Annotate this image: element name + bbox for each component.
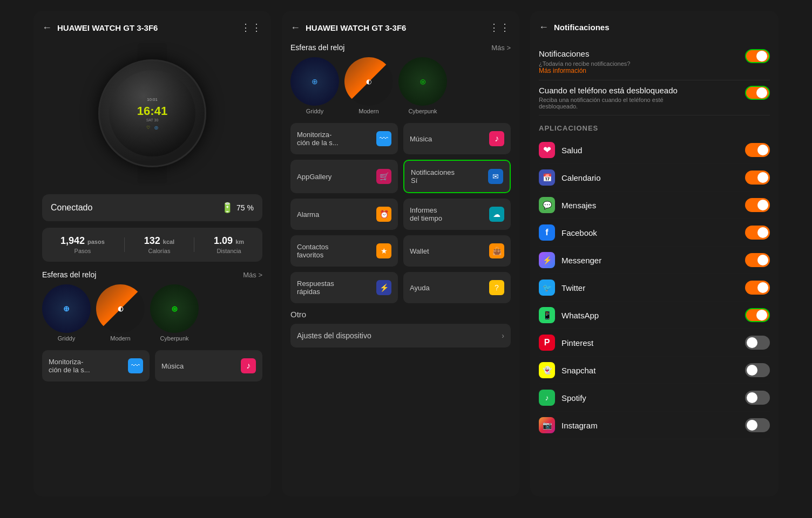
panel2-app-weather[interactable]: Informesdel tiempo ☁ — [403, 199, 511, 230]
pinterest-toggle[interactable] — [745, 336, 770, 350]
watch-face-cyberpunk[interactable]: ◎ Cyberpunk — [150, 284, 199, 342]
facebook-toggle[interactable] — [745, 226, 770, 240]
battery-percent: 75 % — [236, 203, 254, 212]
panel2-app-appgallery[interactable]: AppGallery 🛒 — [290, 160, 398, 193]
stat-steps: 1,942 pasos Pasos — [60, 235, 105, 254]
calories-value: 132 kcal — [144, 235, 174, 247]
watch-face-modern-label: Modern — [110, 335, 130, 342]
messenger-name: Messenger — [561, 256, 739, 265]
battery-icon: 🔋 — [221, 202, 233, 214]
panel-2-header: ← HUAWEI WATCH GT 3-3F6 ⋮⋮ — [290, 22, 511, 33]
watch-faces-more[interactable]: Más > — [243, 271, 262, 279]
panel2-app-alarm[interactable]: Alarma ⏰ — [290, 199, 398, 230]
back-arrow-icon[interactable]: ← — [42, 22, 52, 33]
toggle-phone-left: Cuando el teléfono está desbloqueado Rec… — [539, 86, 690, 110]
panel2-app-grid: Monitoriza-ción de la s... 〰 Música ♪ Ap… — [290, 123, 511, 303]
panel2-wallet-icon: 👜 — [489, 243, 504, 258]
app-salud-row[interactable]: ❤ Salud — [539, 137, 770, 164]
ajustes-chevron-icon: › — [502, 331, 504, 340]
app-messenger-row[interactable]: ⚡ Messenger — [539, 247, 770, 274]
snapchat-toggle[interactable] — [745, 363, 770, 377]
app-twitter-row[interactable]: 🐦 Twitter — [539, 274, 770, 302]
panel2-watch-face-modern[interactable]: ◐ Modern — [344, 57, 393, 114]
ajustes-label: Ajustes del dispositivo — [297, 331, 371, 340]
panel-1-header-left: ← HUAWEI WATCH GT 3-3F6 — [42, 22, 158, 33]
app-tile-music[interactable]: Música ♪ — [155, 350, 262, 381]
panel2-monitoring-icon: 〰 — [376, 131, 391, 146]
app-pinterest-row[interactable]: P Pinterest — [539, 329, 770, 357]
panel2-back-arrow-icon[interactable]: ← — [290, 22, 300, 33]
snapchat-name: Snapchat — [561, 366, 739, 375]
watch-image-area: 10:01 16:41 SAT 30 ♡ ◎ — [42, 43, 262, 183]
panel2-app-quickreply[interactable]: Respuestasrápidas ⚡ — [290, 272, 398, 303]
panel2-dots-menu-icon[interactable]: ⋮⋮ — [489, 22, 511, 33]
toggle-notifications-label: Notificaciones — [539, 49, 630, 58]
toggle-phone-knob — [756, 87, 767, 98]
twitter-toggle[interactable] — [745, 281, 770, 295]
dots-menu-icon[interactable]: ⋮⋮ — [241, 22, 262, 33]
panel2-app-help[interactable]: Ayuda ? — [403, 272, 511, 303]
salud-toggle[interactable] — [745, 143, 770, 157]
panel2-quickreply-label: Respuestasrápidas — [297, 280, 334, 296]
otro-section: Otro — [290, 310, 511, 319]
panel-1: ← HUAWEI WATCH GT 3-3F6 ⋮⋮ 10:01 16:41 S… — [33, 11, 271, 496]
watch-face-cyberpunk-label: Cyberpunk — [160, 335, 188, 342]
panel2-watch-face-modern-thumb: ◐ — [344, 57, 393, 106]
toggle-notifications-switch[interactable] — [745, 49, 770, 63]
panel2-appgallery-icon: 🛒 — [376, 169, 391, 184]
watch-face-modern[interactable]: ◐ Modern — [96, 284, 145, 342]
panel2-watch-faces-header: Esferas del reloj Más > — [290, 43, 511, 52]
ajustes-dispositivo-row[interactable]: Ajustes del dispositivo › — [290, 324, 511, 347]
app-spotify-row[interactable]: ♪ Spotify — [539, 384, 770, 412]
watch-faces-row: ⊕ Griddy ◐ Modern ◎ Cyberpunk — [42, 284, 262, 342]
stats-card: 1,942 pasos Pasos 132 kcal Calorías 1.09… — [42, 228, 262, 262]
panel2-app-music[interactable]: Música ♪ — [403, 123, 511, 154]
status-card: Conectado 🔋 75 % — [42, 194, 262, 221]
salud-icon: ❤ — [539, 142, 555, 158]
panel2-watch-face-griddy[interactable]: ⊕ Griddy — [290, 57, 339, 114]
panel2-contacts-label: Contactosfavoritos — [297, 243, 329, 259]
app-calendario-row[interactable]: 📅 Calendario — [539, 164, 770, 192]
panel3-header: ← Notificaciones — [539, 22, 770, 33]
app-tile-monitoring[interactable]: Monitoriza-ción de la s... 〰 — [42, 350, 150, 381]
steps-value: 1,942 pasos — [60, 235, 105, 247]
facebook-icon: f — [539, 224, 555, 241]
calendario-toggle[interactable] — [745, 171, 770, 185]
mensajes-toggle[interactable] — [745, 198, 770, 212]
more-info-link[interactable]: Más información — [539, 67, 630, 74]
messenger-toggle[interactable] — [745, 253, 770, 267]
app-instagram-row[interactable]: 📷 Instagram — [539, 412, 770, 439]
panel2-app-monitoring[interactable]: Monitoriza-ción de la s... 〰 — [290, 123, 398, 154]
toggle-notifications-knob — [756, 51, 767, 62]
app-facebook-row[interactable]: f Facebook — [539, 219, 770, 247]
twitter-name: Twitter — [561, 283, 739, 292]
watch-face-griddy[interactable]: ⊕ Griddy — [42, 284, 91, 342]
app-whatsapp-row[interactable]: 📱 WhatsApp — [539, 302, 770, 329]
whatsapp-toggle[interactable] — [745, 308, 770, 322]
panel2-weather-label: Informesdel tiempo — [410, 206, 442, 222]
panel2-monitoring-label: Monitoriza-ción de la s... — [297, 131, 339, 147]
instagram-toggle[interactable] — [745, 418, 770, 432]
panel-1-header: ← HUAWEI WATCH GT 3-3F6 ⋮⋮ — [42, 22, 262, 33]
panel2-app-contacts[interactable]: Contactosfavoritos ★ — [290, 235, 398, 267]
watch-time: 16:41 — [137, 104, 167, 118]
panel2-app-notifications[interactable]: NotificacionesSí ✉ — [403, 160, 511, 193]
panel3-back-arrow-icon[interactable]: ← — [539, 22, 549, 33]
toggle-notifications-row: Notificaciones ¿Todavía no recibe notifi… — [539, 44, 770, 80]
app-mensajes-row[interactable]: 💬 Mensajes — [539, 192, 770, 219]
toggle-phone-switch[interactable] — [745, 86, 770, 100]
music-icon: ♪ — [241, 358, 256, 373]
question-label: ¿Todavía no recibe notificaciones? — [539, 60, 630, 67]
panel2-app-wallet[interactable]: Wallet 👜 — [403, 235, 511, 267]
app-snapchat-row[interactable]: 👻 Snapchat — [539, 357, 770, 384]
whatsapp-icon: 📱 — [539, 307, 555, 323]
panel2-alarm-label: Alarma — [297, 210, 319, 219]
stat-divider-2 — [194, 237, 194, 252]
watch-faces-title: Esferas del reloj — [42, 270, 96, 279]
panel-2-header-left: ← HUAWEI WATCH GT 3-3F6 — [290, 22, 406, 33]
spotify-toggle[interactable] — [745, 391, 770, 405]
toggle-phone-row: Cuando el teléfono está desbloqueado Rec… — [539, 80, 770, 115]
whatsapp-name: WhatsApp — [561, 311, 739, 320]
panel2-watch-face-cyberpunk[interactable]: ◎ Cyberpunk — [398, 57, 447, 114]
panel2-watch-faces-more[interactable]: Más > — [491, 44, 511, 52]
